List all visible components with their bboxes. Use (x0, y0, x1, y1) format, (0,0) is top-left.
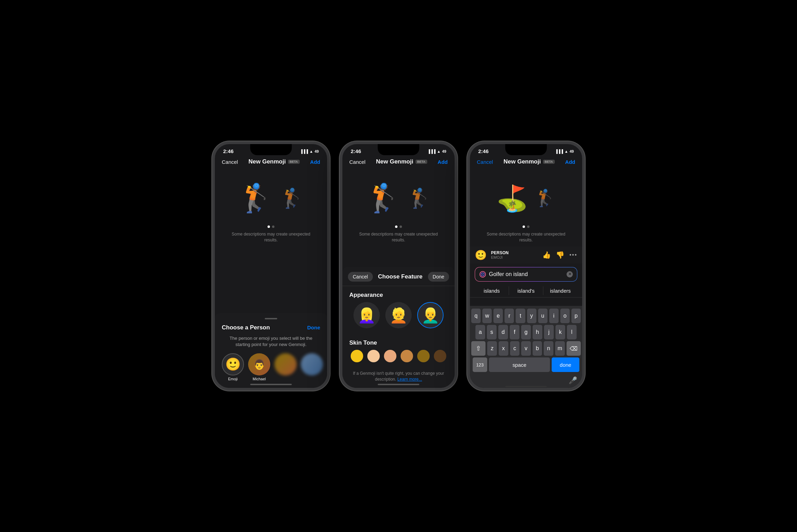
space-key[interactable]: space (489, 357, 550, 372)
key-i[interactable]: i (549, 309, 559, 323)
status-icons-1: ▐▐▐ ▲ 49 (300, 149, 319, 153)
key-k[interactable]: k (555, 325, 565, 339)
skin-tone-6[interactable] (434, 350, 446, 362)
preview-area-2: 🏌️ 🏌️ (342, 169, 455, 224)
person-label-michael: Michael (253, 377, 266, 381)
dot-active-3 (523, 225, 525, 228)
cancel-button-1[interactable]: Cancel (222, 159, 238, 165)
suggestion-3[interactable]: islanders (543, 286, 577, 295)
choose-person-sheet: Choose a Person Done The person or emoji… (215, 313, 327, 388)
nav-bar-2: Cancel New Genmoji BETA Add (342, 156, 455, 169)
add-button-1[interactable]: Add (310, 159, 320, 165)
cancel-button-3[interactable]: Cancel (477, 159, 493, 165)
person-item-blur2[interactable] (301, 353, 323, 381)
key-u[interactable]: u (538, 309, 548, 323)
key-t[interactable]: t (516, 309, 525, 323)
person-avatar-blur2 (301, 353, 323, 375)
thumbs-down-btn[interactable]: 👎 (556, 251, 564, 259)
skin-tone-grid (342, 350, 455, 368)
backspace-key[interactable]: ⌫ (567, 341, 581, 356)
phone-3: 2:46 ▐▐▐ ▲ 49 Cancel New Genmoji BETA Ad… (467, 141, 585, 391)
person-avatar-blur1 (274, 353, 297, 375)
status-time-2: 2:46 (351, 148, 361, 154)
signal-icon: ▐▐▐ (300, 149, 308, 153)
mic-icon[interactable]: 🎤 (569, 376, 577, 384)
suggestion-1[interactable]: islands (475, 286, 509, 295)
nav-title-3: New Genmoji BETA (503, 158, 555, 165)
key-a[interactable]: a (475, 325, 485, 339)
genmoji-icon (479, 271, 486, 278)
numbers-key[interactable]: 123 (473, 357, 487, 372)
key-y[interactable]: y (527, 309, 536, 323)
sheet-handle-1 (265, 318, 277, 319)
disclaimer-3: Some descriptions may create unexpected … (470, 230, 582, 247)
key-g[interactable]: g (521, 325, 531, 339)
kb-row-1: q w e r t y u i o p (471, 309, 581, 323)
key-s[interactable]: s (487, 325, 497, 339)
more-btn[interactable]: ••• (569, 252, 577, 258)
sheet-done-1[interactable]: Done (307, 325, 321, 330)
appearance-male[interactable]: 👱‍♂️ (417, 302, 444, 328)
key-x[interactable]: x (499, 341, 508, 356)
appearance-female[interactable]: 👱‍♀️ (353, 302, 380, 328)
dot-3 (527, 225, 529, 228)
key-l[interactable]: l (567, 325, 577, 339)
key-j[interactable]: j (544, 325, 554, 339)
key-n[interactable]: n (544, 341, 553, 356)
suggestion-2[interactable]: island's (509, 286, 543, 295)
key-f[interactable]: f (510, 325, 519, 339)
search-text-3[interactable]: Golfer on island (489, 271, 567, 277)
skin-tone-4[interactable] (401, 350, 413, 362)
feature-title: Choose Feature (378, 273, 422, 280)
search-bar-3[interactable]: Golfer on island ✕ (475, 267, 577, 282)
scene: 2:46 ▐▐▐ ▲ 49 Cancel New Genmoji BETA Ad… (205, 127, 592, 405)
key-w[interactable]: w (482, 309, 492, 323)
signal-icon-3: ▐▐▐ (555, 149, 563, 153)
status-bar-2: 2:46 ▐▐▐ ▲ 49 (342, 144, 455, 156)
key-v[interactable]: v (521, 341, 531, 356)
phone-1: 2:46 ▐▐▐ ▲ 49 Cancel New Genmoji BETA Ad… (212, 141, 330, 391)
key-o[interactable]: o (560, 309, 570, 323)
nav-bar-3: Cancel New Genmoji BETA Add (470, 156, 582, 169)
key-d[interactable]: d (498, 325, 508, 339)
add-button-2[interactable]: Add (438, 159, 448, 165)
power-btn-3 (584, 186, 585, 205)
appearance-neutral[interactable]: 👱 (385, 302, 412, 328)
person-item-emoji[interactable]: 🙂 Emoji (222, 353, 244, 381)
skin-tone-3[interactable] (384, 350, 396, 362)
key-p[interactable]: p (571, 309, 581, 323)
key-h[interactable]: h (533, 325, 542, 339)
learn-more-link[interactable]: Learn more... (397, 377, 422, 382)
emoji-alt-2: 🏌️ (408, 189, 431, 208)
key-b[interactable]: b (533, 341, 542, 356)
key-q[interactable]: q (471, 309, 481, 323)
skin-tone-5[interactable] (417, 350, 430, 362)
done-key[interactable]: done (552, 357, 579, 372)
sheet-header-1: Choose a Person Done (222, 324, 320, 331)
person-emoji-icon: 🙂 (475, 249, 487, 261)
skin-tone-1[interactable] (351, 350, 363, 362)
shift-key[interactable]: ⇧ (471, 341, 485, 356)
person-item-michael[interactable]: 👨 Michael (248, 353, 270, 381)
feature-cancel-btn[interactable]: Cancel (348, 272, 373, 282)
power-btn (329, 186, 330, 205)
key-c[interactable]: c (510, 341, 520, 356)
key-r[interactable]: r (505, 309, 514, 323)
thumbs-up-btn[interactable]: 👍 (542, 251, 551, 259)
status-time-1: 2:46 (223, 148, 234, 154)
nav-title-1: New Genmoji BETA (248, 158, 300, 165)
add-button-3[interactable]: Add (565, 159, 575, 165)
key-m[interactable]: m (555, 341, 565, 356)
feature-done-btn[interactable]: Done (428, 272, 449, 282)
cancel-button-2[interactable]: Cancel (349, 159, 366, 165)
volume-up-btn (212, 179, 213, 189)
key-e[interactable]: e (493, 309, 503, 323)
search-clear-btn[interactable]: ✕ (567, 271, 573, 277)
key-z[interactable]: z (487, 341, 497, 356)
battery-icon-2: 49 (442, 149, 446, 153)
person-item-blur1[interactable] (274, 353, 297, 381)
disclaimer-1: Some descriptions may create unexpected … (215, 230, 327, 247)
status-bar-3: 2:46 ▐▐▐ ▲ 49 (470, 144, 582, 156)
status-icons-3: ▐▐▐ ▲ 49 (555, 149, 574, 153)
skin-tone-2[interactable] (367, 350, 380, 362)
